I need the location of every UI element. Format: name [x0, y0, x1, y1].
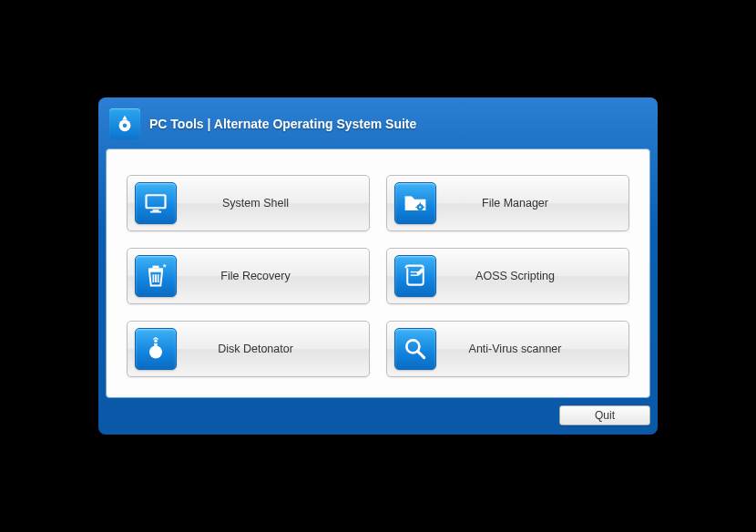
script-edit-icon — [394, 255, 436, 297]
app-logo-icon — [109, 108, 140, 139]
svg-text:*: * — [163, 263, 167, 271]
svg-point-21 — [154, 340, 158, 343]
svg-rect-2 — [147, 195, 166, 208]
tools-grid: System Shell — [127, 175, 629, 377]
tool-label: Anti-Virus scanner — [436, 343, 621, 355]
antivirus-scanner-button[interactable]: Anti-Virus scanner — [386, 321, 629, 377]
svg-point-6 — [419, 206, 421, 208]
tool-label: Disk Detonator — [177, 343, 362, 355]
file-recovery-button[interactable]: * File Recovery — [127, 248, 370, 304]
svg-rect-3 — [153, 210, 159, 211]
folder-gear-icon — [394, 182, 436, 224]
tool-label: System Shell — [177, 197, 362, 210]
svg-rect-14 — [148, 268, 163, 271]
svg-point-19 — [149, 346, 162, 359]
app-window: PC Tools | Alternate Operating System Su… — [98, 97, 658, 435]
file-manager-button[interactable]: File Manager — [386, 175, 629, 231]
tool-label: File Recovery — [177, 270, 362, 282]
quit-button[interactable]: Quit — [559, 405, 650, 425]
aoss-scripting-button[interactable]: AOSS Scripting — [386, 248, 629, 304]
titlebar: PC Tools | Alternate Operating System Su… — [106, 103, 650, 148]
svg-point-1 — [123, 124, 128, 128]
svg-rect-15 — [153, 266, 159, 269]
footer: Quit — [106, 398, 650, 425]
svg-rect-4 — [150, 211, 161, 213]
trash-restore-icon: * — [135, 255, 177, 297]
monitor-icon — [135, 182, 177, 224]
content-panel: System Shell — [106, 148, 650, 398]
magnifier-icon — [394, 328, 436, 370]
tool-label: AOSS Scripting — [436, 270, 621, 282]
window-title: PC Tools | Alternate Operating System Su… — [149, 117, 416, 131]
svg-rect-20 — [154, 343, 158, 347]
tool-label: File Manager — [436, 197, 621, 210]
system-shell-button[interactable]: System Shell — [127, 175, 370, 231]
bomb-icon — [135, 328, 177, 370]
svg-line-23 — [418, 352, 424, 358]
disk-detonator-button[interactable]: Disk Detonator — [127, 321, 370, 377]
